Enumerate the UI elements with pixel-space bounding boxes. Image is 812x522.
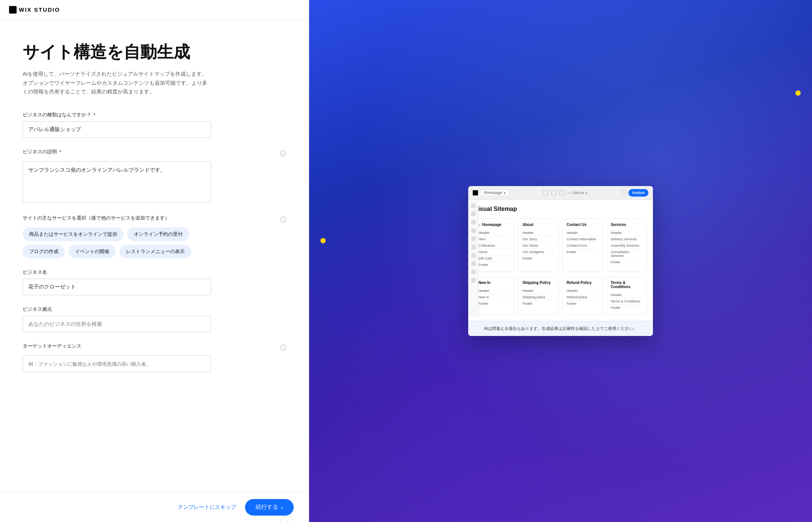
preview-browser-center: — 1366 px ∨	[512, 190, 618, 195]
sitemap-item: Terms & Conditions	[611, 298, 643, 305]
sitemap-item: Our Story	[522, 236, 555, 243]
business-desc-info-icon[interactable]: i	[280, 150, 286, 156]
left-panel: WIX STUDIO サイト構造を自動生成 AIを使用して、パーソナライズされた…	[0, 0, 309, 522]
sitemap-item: Assembly Services	[611, 243, 643, 249]
business-desc-label-row: ビジネスの説明* i	[23, 148, 286, 158]
desktop-icon[interactable]	[543, 190, 548, 195]
preview-left-sidebar	[468, 200, 479, 317]
target-audience-group: ターゲットオーディエンス i	[23, 343, 286, 372]
sitemap-item: Consultation Services	[611, 249, 643, 259]
business-location-input[interactable]	[23, 316, 211, 332]
sitemap-item: Our Vision	[522, 243, 555, 249]
sitemap-item: Delivery Services	[611, 236, 643, 243]
business-type-label: ビジネスの種類はなんですか？*	[23, 111, 286, 118]
preview-with-sidebar: Visual Sitemap ⌂ Homepage Header Hero Co…	[468, 200, 653, 321]
business-desc-textarea[interactable]: サンフランシスコ発のオンラインアパレルブランドです。	[23, 161, 211, 203]
preview-wrapper: Homepage ∨ — 1366 px ∨ Publish	[468, 186, 653, 336]
settings-icon[interactable]	[621, 190, 626, 195]
sitemap-card-about: About Header Our Story Our Vision Our De…	[518, 218, 559, 272]
target-audience-input[interactable]	[23, 356, 211, 372]
sitemap-item: Header	[611, 292, 643, 298]
sidebar-icon-3[interactable]	[471, 220, 476, 224]
preview-sitemap-title: Visual Sitemap	[474, 206, 647, 212]
sitemap-item: Header	[522, 230, 555, 236]
sidebar-icon-1[interactable]	[471, 203, 476, 208]
preview-browser-left: Homepage ∨	[473, 189, 509, 196]
page-subtitle: AIを使用して、パーソナライズされたビジュアルサイトマップを作成します。オプショ…	[23, 70, 211, 96]
business-location-label: ビジネス拠点	[23, 306, 286, 313]
business-name-group: ビジネス名	[23, 269, 286, 295]
page-title: サイト構造を自動生成	[23, 42, 286, 62]
chip-4[interactable]: レストランメニューの表示	[120, 245, 191, 258]
sitemap-item: Header	[478, 288, 510, 294]
sitemap-item: Footer	[567, 249, 599, 255]
sitemap-item: Footer	[478, 262, 510, 268]
preview-window: Homepage ∨ — 1366 px ∨ Publish	[468, 186, 653, 336]
sidebar-icon-4[interactable]	[471, 228, 476, 233]
sidebar-icon-10[interactable]	[471, 278, 476, 282]
wix-logo-square-icon	[9, 6, 17, 14]
sidebar-icon-8[interactable]	[471, 261, 476, 266]
preview-browser-bar: Homepage ∨ — 1366 px ∨ Publish	[468, 186, 653, 200]
business-location-group: ビジネス拠点	[23, 306, 286, 332]
sitemap-card-shipping: Shipping Policy Header Shipping policy F…	[518, 276, 559, 315]
sitemap-item: Contact Form	[567, 243, 599, 249]
yellow-dot-bottom-decoration	[320, 238, 326, 243]
footer-bar: テンプレートにスキップ 続行する ›	[0, 492, 309, 522]
right-panel: Homepage ∨ — 1366 px ∨ Publish	[309, 0, 812, 522]
services-info-icon[interactable]: i	[280, 217, 286, 223]
chip-0[interactable]: 商品またはサービスをオンラインで提供	[23, 227, 124, 241]
skip-template-link[interactable]: テンプレートにスキップ	[178, 504, 236, 511]
business-name-label: ビジネス名	[23, 269, 286, 276]
preview-disclaimer: AIは間違える場合もあります。生成結果は正確性を確認した上でご使用ください。	[468, 321, 653, 336]
tablet-icon[interactable]	[551, 190, 556, 195]
sitemap-item: Contact Information	[567, 236, 599, 243]
sitemap-item: Header	[567, 288, 599, 294]
preview-wix-square-icon	[473, 190, 478, 195]
chip-3[interactable]: イベントの開催	[69, 245, 116, 258]
preview-browser-right: Publish	[621, 189, 648, 197]
preview-url[interactable]: Homepage ∨	[480, 189, 509, 196]
sitemap-card-contact: Contact Us Header Contact Information Co…	[562, 218, 603, 272]
sitemap-item: Gift Card	[478, 255, 510, 262]
sidebar-icon-7[interactable]	[471, 253, 476, 258]
sitemap-item: Footer	[522, 301, 555, 307]
continue-button[interactable]: 続行する ›	[245, 499, 294, 516]
sitemap-item: Refund policy	[567, 294, 599, 301]
target-audience-label: ターゲットオーディエンス	[23, 343, 81, 350]
sitemap-grid-row2: New In Header New In Footer Shipping Pol…	[474, 276, 647, 315]
services-label-row: サイトの主なサービスを選択（後で他のサービスを追加できます） i	[23, 215, 286, 224]
business-desc-group: ビジネスの説明* i サンフランシスコ発のオンラインアパレルブランドです。	[23, 148, 286, 204]
services-chips-container: 商品またはサービスをオンラインで提供 オンライン予約の受付 ブログの作成 イベン…	[23, 227, 211, 258]
services-label: サイトの主なサービスを選択（後で他のサービスを追加できます）	[23, 215, 170, 221]
sidebar-icon-6[interactable]	[471, 245, 476, 249]
sitemap-item: Our Designers	[522, 249, 555, 255]
sidebar-icon-9[interactable]	[471, 270, 476, 274]
target-audience-info-icon[interactable]: i	[280, 345, 286, 351]
chip-1[interactable]: オンライン予約の受付	[127, 227, 189, 241]
sitemap-item: New In	[478, 294, 510, 301]
publish-button[interactable]: Publish	[628, 189, 648, 197]
sitemap-item: Footer	[611, 305, 643, 311]
sitemap-item: Footer	[567, 301, 599, 307]
business-type-input[interactable]	[23, 121, 211, 138]
mobile-icon[interactable]	[559, 190, 565, 195]
wix-logo-text: WIX STUDIO	[19, 6, 60, 13]
business-name-input[interactable]	[23, 279, 211, 295]
yellow-dot-top-decoration	[795, 90, 801, 96]
sidebar-icon-5[interactable]	[471, 237, 476, 241]
chip-2[interactable]: ブログの作成	[23, 245, 65, 258]
sitemap-item: Header	[478, 230, 510, 236]
sitemap-item: Header	[611, 230, 643, 236]
sitemap-item: Collections	[478, 243, 510, 249]
sitemap-card-new-in: New In Header New In Footer	[474, 276, 515, 315]
target-audience-label-row: ターゲットオーディエンス i	[23, 343, 286, 353]
sidebar-icon-2[interactable]	[471, 212, 476, 216]
sitemap-item: Header	[567, 230, 599, 236]
sitemap-card-refund: Refund Policy Header Refund policy Foote…	[562, 276, 603, 315]
preview-url-text: Homepage ∨	[484, 191, 506, 195]
sitemap-card-homepage: ⌂ Homepage Header Hero Collections About…	[474, 218, 515, 272]
business-type-group: ビジネスの種類はなんですか？*	[23, 111, 286, 138]
preview-size-text: — 1366 px ∨	[568, 191, 588, 195]
continue-arrow-icon: ›	[281, 504, 283, 510]
